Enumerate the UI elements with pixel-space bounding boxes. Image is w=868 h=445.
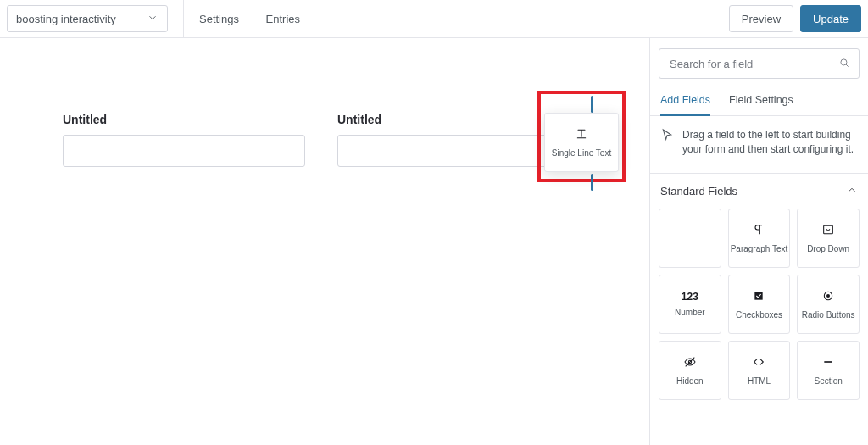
svg-point-0 bbox=[841, 58, 847, 64]
accordion-title: Standard Fields bbox=[660, 185, 737, 197]
field-tile-radio[interactable]: Radio Buttons bbox=[797, 275, 860, 334]
field-tile-dropdown[interactable]: Drop Down bbox=[797, 209, 860, 268]
preview-button[interactable]: Preview bbox=[729, 5, 793, 32]
sidebar-tabs: Add Fields Field Settings bbox=[650, 94, 868, 116]
field-tile-checkboxes[interactable]: Checkboxes bbox=[728, 275, 791, 334]
tile-label: Checkboxes bbox=[736, 310, 782, 320]
field-tile-section[interactable]: Section bbox=[797, 341, 860, 400]
drop-guide bbox=[591, 96, 593, 113]
svg-line-1 bbox=[846, 64, 849, 67]
field-tile-empty[interactable] bbox=[659, 209, 721, 268]
sidebar: Add Fields Field Settings Drag a field t… bbox=[649, 38, 868, 445]
field-tile-paragraph[interactable]: Paragraph Text bbox=[728, 209, 791, 268]
tile-label: Paragraph Text bbox=[731, 244, 788, 253]
single-line-text-icon bbox=[575, 127, 588, 143]
paragraph-icon bbox=[752, 223, 765, 239]
dragging-field-tile[interactable]: Single Line Text bbox=[544, 113, 619, 172]
tab-field-settings[interactable]: Field Settings bbox=[729, 94, 793, 115]
svg-rect-2 bbox=[824, 225, 833, 233]
field-input[interactable] bbox=[63, 135, 305, 167]
accordion-standard-fields[interactable]: Standard Fields bbox=[650, 174, 868, 209]
form-canvas[interactable]: Untitled Untitled Single Line Text bbox=[0, 38, 649, 445]
field-tile-html[interactable]: HTML bbox=[728, 341, 791, 400]
section-icon bbox=[821, 355, 835, 371]
html-icon bbox=[752, 355, 765, 371]
search-icon bbox=[838, 57, 850, 71]
nav-entries[interactable]: Entries bbox=[254, 13, 312, 25]
svg-rect-3 bbox=[755, 292, 763, 299]
tile-label: Hidden bbox=[676, 376, 704, 386]
tile-label: Drop Down bbox=[807, 244, 849, 253]
field-search[interactable] bbox=[659, 48, 860, 79]
nav-separator bbox=[183, 0, 184, 37]
field-label: Untitled bbox=[63, 113, 305, 126]
field-tile-hidden[interactable]: Hidden bbox=[659, 341, 721, 400]
field-tile-number[interactable]: 123 Number bbox=[659, 275, 721, 334]
top-nav: Settings Entries bbox=[187, 0, 312, 38]
tile-label: HTML bbox=[748, 376, 771, 386]
search-input[interactable] bbox=[668, 57, 838, 71]
cursor-icon bbox=[660, 128, 674, 158]
number-icon: 123 bbox=[682, 291, 698, 303]
drop-guide bbox=[591, 174, 593, 191]
field-tile-grid: Paragraph Text Drop Down 123 Number Chec… bbox=[650, 209, 868, 410]
svg-point-5 bbox=[826, 294, 830, 298]
tile-label: Radio Buttons bbox=[802, 310, 855, 320]
tile-label: Single Line Text bbox=[552, 148, 611, 158]
hidden-icon bbox=[683, 355, 697, 371]
sidebar-hint: Drag a field to the left to start buildi… bbox=[650, 116, 868, 174]
dropdown-icon bbox=[821, 223, 835, 239]
form-picker-label: boosting interactivity bbox=[16, 13, 116, 25]
chevron-down-icon bbox=[147, 12, 159, 26]
radio-icon bbox=[821, 289, 835, 305]
form-picker[interactable]: boosting interactivity bbox=[7, 5, 168, 32]
checkboxes-icon bbox=[752, 289, 765, 305]
chevron-up-icon bbox=[846, 184, 858, 198]
tile-label: Number bbox=[675, 308, 705, 317]
update-button[interactable]: Update bbox=[800, 5, 861, 32]
hint-text: Drag a field to the left to start buildi… bbox=[682, 128, 858, 158]
nav-settings[interactable]: Settings bbox=[187, 13, 251, 25]
tab-add-fields[interactable]: Add Fields bbox=[660, 94, 710, 116]
tile-label: Section bbox=[814, 376, 842, 386]
form-field[interactable]: Untitled bbox=[63, 113, 305, 167]
